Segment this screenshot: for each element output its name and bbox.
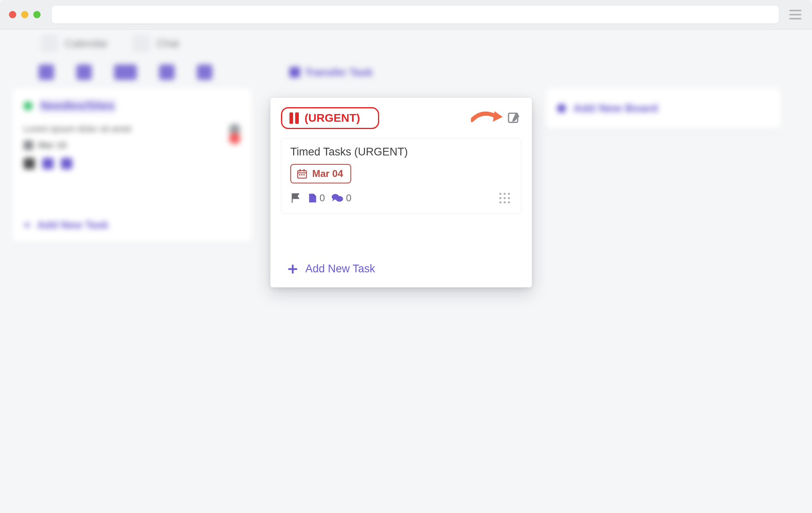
toolbar-button-3[interactable]	[114, 65, 137, 80]
window-minimize-icon[interactable]	[21, 11, 28, 18]
svg-point-18	[503, 201, 505, 203]
board-title-urgent-label: (URGENT)	[304, 112, 360, 125]
hamburger-menu-button[interactable]	[788, 7, 803, 22]
transfer-task-label: Transfer Task	[305, 66, 373, 79]
pause-icon	[289, 112, 299, 124]
add-task-label-blurred: Add New Task	[37, 219, 109, 231]
svg-rect-8	[303, 174, 304, 175]
calendar-icon	[297, 168, 307, 179]
svg-point-16	[508, 197, 510, 199]
file-icon	[308, 193, 317, 203]
board-title-urgent-pill[interactable]: (URGENT)	[281, 107, 379, 129]
task-flag-button[interactable]	[290, 192, 302, 204]
add-new-board-button[interactable]: Add New Board	[557, 102, 658, 115]
task-files-button[interactable]: 0	[308, 192, 325, 204]
task-comments-button[interactable]: 0	[331, 192, 351, 204]
svg-rect-6	[299, 174, 300, 175]
edit-board-button[interactable]	[507, 111, 521, 125]
task-date-blurred: Mar 10	[38, 140, 67, 151]
task-card[interactable]: Timed Tasks (URGENT) Mar 04	[281, 138, 521, 214]
window-traffic-lights	[9, 11, 41, 18]
plus-icon: +	[24, 218, 31, 232]
toolbar-button-1[interactable]	[39, 65, 54, 80]
svg-rect-7	[301, 174, 302, 175]
status-dot-icon	[24, 101, 32, 110]
task-due-date-label: Mar 04	[312, 168, 343, 179]
svg-point-17	[499, 201, 501, 203]
calendar-icon	[41, 34, 58, 52]
toolbar-button-2[interactable]	[76, 65, 92, 80]
transfer-task-button[interactable]: Transfer Task	[289, 66, 373, 79]
chat-icon	[132, 34, 150, 52]
calendar-small-icon	[24, 140, 33, 150]
task-due-date[interactable]: Mar 04	[290, 164, 351, 183]
comments-icon	[331, 193, 343, 203]
transfer-icon	[289, 67, 300, 78]
svg-point-13	[508, 193, 510, 195]
address-bar[interactable]	[52, 6, 779, 24]
task-title: Timed Tasks (URGENT)	[290, 146, 512, 158]
nav-calendar-label: Calendar	[65, 37, 108, 50]
avatar-badge-icon	[229, 133, 240, 144]
board-column-right: Add New Board	[546, 88, 781, 129]
toolbar-button-4[interactable]	[159, 65, 175, 80]
drag-grid-icon	[497, 191, 512, 205]
nav-chat-label: Chat	[157, 37, 179, 50]
nav-item-chat[interactable]: Chat	[132, 34, 179, 52]
svg-point-12	[503, 193, 505, 195]
svg-marker-0	[493, 111, 503, 122]
add-board-label: Add New Board	[573, 102, 658, 115]
flag-icon-blurred	[24, 158, 35, 169]
board-column-urgent: (URGENT) Timed Tasks (URGENT)	[270, 98, 532, 287]
avatar-stack	[229, 124, 240, 144]
nav-item-calendar[interactable]: Calendar	[41, 34, 108, 52]
file-icon-blurred	[42, 158, 54, 169]
board-title-blurred: Needles/Sites	[39, 99, 116, 113]
window-close-icon[interactable]	[9, 11, 16, 18]
board-column-left: Needles/Sites Lorem ipsum dolor sit amet…	[12, 88, 252, 242]
svg-rect-5	[303, 169, 304, 171]
svg-point-10	[336, 196, 343, 202]
add-new-task-button[interactable]: Add New Task	[281, 263, 521, 275]
svg-point-19	[508, 201, 510, 203]
flag-icon	[290, 192, 302, 204]
plus-icon	[287, 264, 298, 274]
svg-point-11	[499, 193, 501, 195]
add-new-task-label: Add New Task	[305, 263, 375, 275]
task-text-blurred: Lorem ipsum dolor sit amet	[24, 124, 229, 134]
svg-rect-4	[300, 169, 301, 171]
annotation-arrow-icon	[471, 108, 503, 127]
drag-handle[interactable]	[497, 191, 512, 205]
window-maximize-icon[interactable]	[33, 11, 41, 18]
comment-icon-blurred	[61, 158, 72, 169]
svg-point-14	[499, 197, 501, 199]
plus-circle-icon	[557, 104, 566, 113]
add-new-task-blurred[interactable]: + Add New Task	[24, 218, 240, 232]
svg-rect-21	[288, 268, 297, 269]
task-comments-count: 0	[346, 192, 351, 204]
board-header-blurred[interactable]: Needles/Sites	[24, 99, 240, 113]
toolbar-button-5[interactable]	[197, 65, 212, 80]
task-files-count: 0	[320, 192, 325, 204]
edit-icon	[507, 111, 521, 125]
board-header: (URGENT)	[281, 107, 521, 129]
browser-chrome	[0, 0, 812, 30]
svg-point-15	[503, 197, 505, 199]
